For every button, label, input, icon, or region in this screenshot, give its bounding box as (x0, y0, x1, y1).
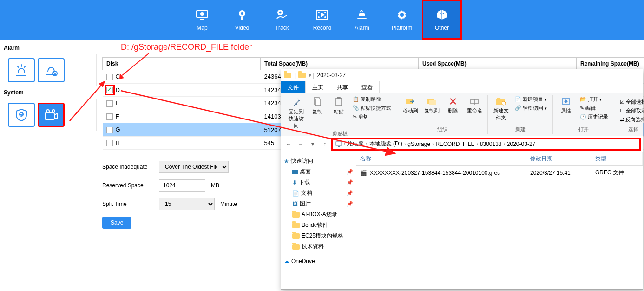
ribbon-history[interactable]: 🕐历史记录 (578, 113, 610, 121)
ribbon-paste-shortcut[interactable]: 📎粘贴快捷方式 (351, 104, 393, 112)
breadcrumb[interactable]: › 此电脑› 本地磁盘 (D:)› gStorage› RECORD_FILE›… (332, 139, 640, 150)
nav-record-label: Record (313, 25, 331, 31)
forward-button[interactable]: → (296, 139, 305, 149)
ribbon-new-item[interactable]: 📄新建项目▾ (513, 95, 549, 103)
col-type-header[interactable]: 类型 (591, 152, 643, 165)
save-button[interactable]: Save (102, 217, 131, 229)
disk-checkbox[interactable] (106, 74, 113, 80)
ribbon-select-none[interactable]: ☐全部取消 (618, 107, 644, 115)
disk-checkbox[interactable] (106, 140, 113, 146)
ribbon-open[interactable]: 📂打开▾ (578, 95, 610, 103)
alarm-tile-2[interactable] (38, 58, 65, 82)
folder-icon (284, 73, 291, 78)
disk-checkbox[interactable] (106, 127, 113, 133)
disk-checkbox[interactable] (106, 100, 113, 107)
col-used[interactable]: Used Space(MB) (419, 58, 577, 70)
nav-other[interactable]: Other (422, 0, 462, 40)
svg-point-27 (502, 101, 506, 105)
camera-icon (235, 9, 249, 21)
svg-point-8 (318, 12, 319, 13)
record-icon (315, 9, 329, 21)
col-name-header[interactable]: 名称 (356, 152, 526, 165)
explorer-sidebar: ★快速访问 桌面📌 ⬇下载📌 📄文档📌 🖼图片📌 AI-BOX-A烧录 Boli… (281, 152, 356, 289)
disk-checkbox[interactable] (106, 87, 113, 93)
side-folder1[interactable]: AI-BOX-A烧录 (283, 209, 354, 220)
file-row[interactable]: 🎬 XXXXXXXX-200327-153844-153844-20010100… (356, 166, 643, 179)
system-tile-record[interactable] (38, 103, 65, 127)
ribbon-select-all[interactable]: ☑全部选择 (618, 98, 644, 106)
ribbon-new-folder[interactable]: 新建文件夹 (492, 95, 510, 122)
explorer-tabs: 文件 主页 共享 查看 (281, 81, 643, 93)
svg-rect-29 (338, 146, 340, 147)
ribbon-edit[interactable]: ✎编辑 (578, 104, 610, 112)
col-date-header[interactable]: 修改日期 (526, 152, 591, 165)
file-list: 名称 修改日期 类型 🎬 XXXXXXXX-200327-153844-1538… (356, 152, 643, 289)
alarm-tile-1[interactable] (8, 58, 35, 82)
ribbon-paste[interactable]: 粘贴 (329, 95, 348, 130)
bc-id[interactable]: 8300138 (480, 141, 502, 147)
cube-icon (435, 9, 449, 21)
nav-alarm[interactable]: Alarm (342, 0, 382, 40)
split-time-select[interactable]: 15 (159, 198, 215, 210)
ribbon-rename[interactable]: 重命名 (465, 95, 484, 115)
bc-date[interactable]: 2020-03-27 (507, 141, 535, 147)
bc-gstorage[interactable]: gStorage (407, 141, 430, 147)
file-explorer-window: | ▾ | 2020-03-27 文件 主页 共享 查看 固定到快速访问 复制 (281, 69, 643, 290)
nav-platform-label: Platform (392, 25, 413, 31)
ribbon-delete[interactable]: 删除 (444, 95, 462, 115)
system-tile-1[interactable] (8, 103, 35, 127)
col-remain[interactable]: Remaining Space(MB) (577, 58, 644, 70)
tab-share[interactable]: 共享 (330, 81, 355, 93)
side-downloads[interactable]: ⬇下载📌 (283, 177, 354, 188)
svg-point-3 (241, 12, 243, 15)
col-disk[interactable]: Disk (103, 58, 261, 70)
svg-point-6 (279, 11, 282, 13)
nav-map[interactable]: Map (182, 0, 222, 40)
explorer-titlebar[interactable]: | ▾ | 2020-03-27 (281, 69, 643, 81)
tab-home[interactable]: 主页 (306, 81, 330, 93)
svg-point-15 (46, 110, 49, 112)
space-inadequate-select[interactable]: Cover The Oldest Files (159, 161, 229, 173)
back-button[interactable]: ← (284, 139, 293, 149)
svg-rect-28 (336, 142, 342, 146)
nav-track[interactable]: Track (262, 0, 302, 40)
up-button[interactable]: ↑ (320, 139, 329, 149)
nav-record[interactable]: Record (302, 0, 342, 40)
side-pictures[interactable]: 🖼图片📌 (283, 198, 354, 209)
bc-recordfile[interactable]: RECORD_FILE (435, 141, 474, 147)
disk-letter: F (116, 113, 119, 120)
svg-rect-21 (337, 97, 340, 99)
disk-letter: H (116, 139, 120, 146)
bc-drive[interactable]: 本地磁盘 (D:) (369, 140, 402, 148)
disk-letter: C (116, 73, 120, 80)
ribbon-copy[interactable]: 复制 (308, 95, 327, 130)
tab-view[interactable]: 查看 (355, 81, 380, 93)
ribbon-cut[interactable]: ✂剪切 (351, 113, 393, 121)
ribbon-copy-to[interactable]: 复制到 (422, 95, 441, 115)
bc-pc[interactable]: 此电脑 (347, 140, 364, 148)
nav-platform[interactable]: Platform (382, 0, 422, 40)
side-folder4[interactable]: 技术资料 (283, 241, 354, 252)
side-documents[interactable]: 📄文档📌 (283, 188, 354, 198)
svg-point-10 (325, 12, 326, 13)
nav-video[interactable]: Video (222, 0, 262, 40)
ribbon-properties[interactable]: 属性 (557, 95, 575, 121)
ribbon-move-to[interactable]: 移动到 (401, 95, 420, 115)
disk-checkbox[interactable] (106, 113, 113, 120)
ribbon-easy-access[interactable]: 🔗轻松访问▾ (513, 104, 549, 112)
recent-button[interactable]: ▾ (308, 139, 317, 149)
reserved-space-input[interactable] (159, 179, 205, 192)
col-total[interactable]: Total Space(MB) (261, 58, 419, 70)
side-desktop[interactable]: 桌面📌 (283, 166, 354, 177)
side-folder2[interactable]: Bolide软件 (283, 220, 354, 231)
ribbon-copy-path[interactable]: 📋复制路径 (351, 95, 393, 103)
side-quick-access[interactable]: ★快速访问 (283, 156, 354, 166)
ribbon-invert[interactable]: ⇄反向选择 (618, 116, 644, 124)
ribbon-pin[interactable]: 固定到快速访问 (287, 95, 305, 130)
monitor-icon (195, 9, 209, 21)
side-onedrive[interactable]: ☁OneDrive (283, 257, 354, 266)
system-section-header: System (4, 89, 97, 96)
side-folder3[interactable]: EC25模块的规格 (283, 231, 354, 241)
tab-file[interactable]: 文件 (281, 81, 306, 93)
svg-rect-24 (429, 100, 436, 105)
